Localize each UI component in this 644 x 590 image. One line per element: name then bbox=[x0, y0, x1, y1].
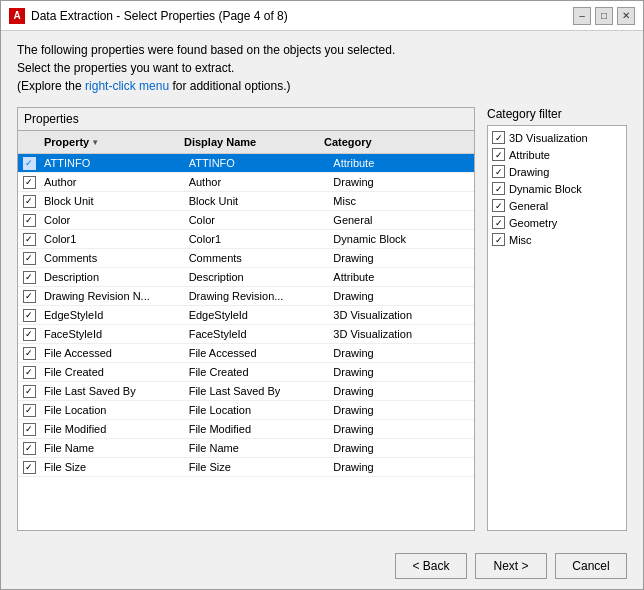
category-item[interactable]: ✓ Attribute bbox=[492, 147, 622, 162]
info-line3: (Explore the right-click menu for additi… bbox=[17, 79, 627, 93]
checkbox-icon[interactable]: ✓ bbox=[23, 290, 36, 303]
checkbox-icon[interactable]: ✓ bbox=[23, 328, 36, 341]
checkbox-icon[interactable]: ✓ bbox=[23, 309, 36, 322]
maximize-button[interactable]: □ bbox=[595, 7, 613, 25]
checkbox-icon[interactable]: ✓ bbox=[23, 271, 36, 284]
cell-property: Block Unit bbox=[40, 192, 185, 210]
cell-display-name: File Created bbox=[185, 363, 330, 381]
table-row[interactable]: ✓ Comments Comments Drawing bbox=[18, 249, 474, 268]
checkbox-icon[interactable]: ✓ bbox=[23, 461, 36, 474]
table-row[interactable]: ✓ File Size File Size Drawing bbox=[18, 458, 474, 477]
checkbox-icon[interactable]: ✓ bbox=[23, 252, 36, 265]
cell-display-name: File Last Saved By bbox=[185, 382, 330, 400]
category-item[interactable]: ✓ Dynamic Block bbox=[492, 181, 622, 196]
table-row[interactable]: ✓ Color1 Color1 Dynamic Block bbox=[18, 230, 474, 249]
table-row[interactable]: ✓ File Created File Created Drawing bbox=[18, 363, 474, 382]
row-checkbox[interactable]: ✓ bbox=[18, 402, 40, 419]
checkbox-icon[interactable]: ✓ bbox=[23, 404, 36, 417]
table-row[interactable]: ✓ ATTINFO ATTINFO Attribute bbox=[18, 154, 474, 173]
table-row[interactable]: ✓ File Last Saved By File Last Saved By … bbox=[18, 382, 474, 401]
category-checkbox[interactable]: ✓ bbox=[492, 182, 505, 195]
category-checkbox[interactable]: ✓ bbox=[492, 216, 505, 229]
category-checkbox[interactable]: ✓ bbox=[492, 233, 505, 246]
row-checkbox[interactable]: ✓ bbox=[18, 231, 40, 248]
category-item[interactable]: ✓ General bbox=[492, 198, 622, 213]
cell-display-name: EdgeStyleId bbox=[185, 306, 330, 324]
footer: < Back Next > Cancel bbox=[1, 543, 643, 589]
cell-property: File Created bbox=[40, 363, 185, 381]
cell-property: Drawing Revision N... bbox=[40, 287, 185, 305]
minimize-button[interactable]: – bbox=[573, 7, 591, 25]
table-row[interactable]: ✓ Color Color General bbox=[18, 211, 474, 230]
row-checkbox[interactable]: ✓ bbox=[18, 421, 40, 438]
checkbox-icon[interactable]: ✓ bbox=[23, 385, 36, 398]
table-body[interactable]: ✓ ATTINFO ATTINFO Attribute ✓ Author Aut… bbox=[18, 154, 474, 530]
row-checkbox[interactable]: ✓ bbox=[18, 440, 40, 457]
category-checkbox[interactable]: ✓ bbox=[492, 165, 505, 178]
checkbox-icon[interactable]: ✓ bbox=[23, 347, 36, 360]
row-checkbox[interactable]: ✓ bbox=[18, 326, 40, 343]
cell-category: Drawing bbox=[329, 344, 474, 362]
table-row[interactable]: ✓ FaceStyleId FaceStyleId 3D Visualizati… bbox=[18, 325, 474, 344]
cell-property: ATTINFO bbox=[40, 154, 185, 172]
table-row[interactable]: ✓ File Modified File Modified Drawing bbox=[18, 420, 474, 439]
row-checkbox[interactable]: ✓ bbox=[18, 250, 40, 267]
checkbox-icon[interactable]: ✓ bbox=[23, 176, 36, 189]
checkbox-icon[interactable]: ✓ bbox=[23, 195, 36, 208]
category-filter-label: Category filter bbox=[487, 107, 627, 121]
checkbox-icon[interactable]: ✓ bbox=[23, 366, 36, 379]
cell-display-name: Drawing Revision... bbox=[185, 287, 330, 305]
title-bar: A Data Extraction - Select Properties (P… bbox=[1, 1, 643, 31]
category-checkbox[interactable]: ✓ bbox=[492, 148, 505, 161]
row-checkbox[interactable]: ✓ bbox=[18, 193, 40, 210]
category-checkbox[interactable]: ✓ bbox=[492, 131, 505, 144]
row-checkbox[interactable]: ✓ bbox=[18, 288, 40, 305]
checkbox-icon[interactable]: ✓ bbox=[23, 214, 36, 227]
category-item[interactable]: ✓ Geometry bbox=[492, 215, 622, 230]
row-checkbox[interactable]: ✓ bbox=[18, 364, 40, 381]
row-checkbox[interactable]: ✓ bbox=[18, 212, 40, 229]
checkbox-icon[interactable]: ✓ bbox=[23, 423, 36, 436]
table-row[interactable]: ✓ Description Description Attribute bbox=[18, 268, 474, 287]
close-button[interactable]: ✕ bbox=[617, 7, 635, 25]
cell-display-name: File Size bbox=[185, 458, 330, 476]
col-property[interactable]: Property ▼ bbox=[40, 134, 180, 150]
checkbox-icon[interactable]: ✓ bbox=[23, 157, 36, 170]
row-checkbox[interactable]: ✓ bbox=[18, 383, 40, 400]
row-checkbox[interactable]: ✓ bbox=[18, 307, 40, 324]
row-checkbox[interactable]: ✓ bbox=[18, 345, 40, 362]
window-controls: – □ ✕ bbox=[573, 7, 635, 25]
cell-category: Dynamic Block bbox=[329, 230, 474, 248]
row-checkbox[interactable]: ✓ bbox=[18, 269, 40, 286]
cell-property: File Modified bbox=[40, 420, 185, 438]
cancel-button[interactable]: Cancel bbox=[555, 553, 627, 579]
cell-display-name: File Location bbox=[185, 401, 330, 419]
table-row[interactable]: ✓ File Name File Name Drawing bbox=[18, 439, 474, 458]
row-checkbox[interactable]: ✓ bbox=[18, 459, 40, 476]
cell-category: Misc bbox=[329, 192, 474, 210]
cell-property: Comments bbox=[40, 249, 185, 267]
right-click-menu-link[interactable]: right-click menu bbox=[85, 79, 169, 93]
cell-display-name: ATTINFO bbox=[185, 154, 330, 172]
category-item[interactable]: ✓ Misc bbox=[492, 232, 622, 247]
table-row[interactable]: ✓ Drawing Revision N... Drawing Revision… bbox=[18, 287, 474, 306]
category-item-label: 3D Visualization bbox=[509, 132, 588, 144]
category-checkbox[interactable]: ✓ bbox=[492, 199, 505, 212]
table-row[interactable]: ✓ File Location File Location Drawing bbox=[18, 401, 474, 420]
row-checkbox[interactable]: ✓ bbox=[18, 155, 40, 172]
cell-display-name: Color1 bbox=[185, 230, 330, 248]
category-item[interactable]: ✓ Drawing bbox=[492, 164, 622, 179]
table-row[interactable]: ✓ File Accessed File Accessed Drawing bbox=[18, 344, 474, 363]
table-row[interactable]: ✓ EdgeStyleId EdgeStyleId 3D Visualizati… bbox=[18, 306, 474, 325]
next-button[interactable]: Next > bbox=[475, 553, 547, 579]
category-item-label: Dynamic Block bbox=[509, 183, 582, 195]
category-item[interactable]: ✓ 3D Visualization bbox=[492, 130, 622, 145]
back-button[interactable]: < Back bbox=[395, 553, 467, 579]
row-checkbox[interactable]: ✓ bbox=[18, 174, 40, 191]
table-row[interactable]: ✓ Author Author Drawing bbox=[18, 173, 474, 192]
checkbox-icon[interactable]: ✓ bbox=[23, 442, 36, 455]
cell-property: File Last Saved By bbox=[40, 382, 185, 400]
table-row[interactable]: ✓ Block Unit Block Unit Misc bbox=[18, 192, 474, 211]
checkbox-icon[interactable]: ✓ bbox=[23, 233, 36, 246]
cell-property: Color1 bbox=[40, 230, 185, 248]
